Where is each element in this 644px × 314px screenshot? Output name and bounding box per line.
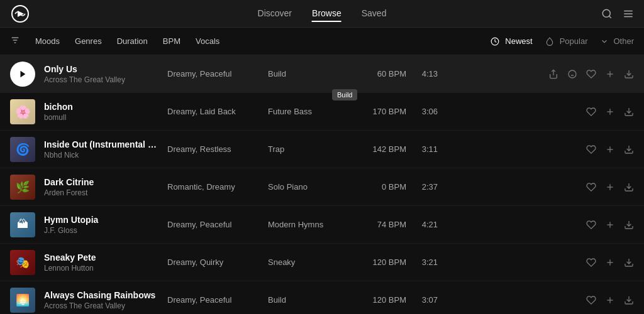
track-info: Inside Out (Instrumental Version) Nbhd N… <box>44 139 157 160</box>
track-info: Always Chasing Rainbows Across The Great… <box>44 290 157 310</box>
track-genre: Solo Piano <box>268 182 356 192</box>
nav-saved[interactable]: Saved <box>362 6 387 22</box>
filter-bpm[interactable]: BPM <box>163 36 180 46</box>
heart-icon[interactable] <box>586 144 596 154</box>
top-nav: Discover Browse Saved <box>0 0 644 28</box>
track-bpm: 142 BPM <box>356 144 406 154</box>
track-row[interactable]: 🌸 bichon bomull Dreamy, Laid Back Future… <box>0 93 644 131</box>
heart-icon[interactable] <box>586 257 596 268</box>
track-genre: Future Bass <box>268 107 356 116</box>
track-duration: 4:13 <box>406 69 438 78</box>
track-duration: 3:07 <box>406 295 438 305</box>
track-bpm: 0 BPM <box>356 182 406 192</box>
download-icon[interactable] <box>624 182 634 192</box>
track-actions <box>586 144 634 154</box>
sort-controls: Newest Popular Other <box>491 36 634 46</box>
track-thumbnail: 🎭 <box>10 250 35 275</box>
track-title: Inside Out (Instrumental Version) <box>44 139 157 149</box>
track-genre: Trap <box>268 144 356 154</box>
download-icon[interactable] <box>624 295 634 305</box>
share-icon[interactable] <box>548 69 558 79</box>
track-actions <box>586 107 634 117</box>
track-actions <box>586 257 634 268</box>
track-artist: J.F. Gloss <box>44 226 157 235</box>
track-genre: Build <box>268 295 356 305</box>
track-mood: Dreamy, Peaceful <box>167 295 268 305</box>
menu-button[interactable] <box>623 8 634 19</box>
heart-icon[interactable] <box>586 220 596 230</box>
filter-duration[interactable]: Duration <box>117 36 148 46</box>
sort-popular[interactable]: Popular <box>545 36 588 46</box>
track-info: bichon bomull <box>44 102 157 122</box>
logo[interactable] <box>10 4 30 24</box>
track-thumbnail: 🌀 <box>10 137 35 162</box>
add-icon[interactable] <box>605 69 615 79</box>
track-genre: Sneaky <box>268 257 356 267</box>
track-duration: 3:21 <box>406 257 438 267</box>
track-duration: 2:37 <box>406 182 438 192</box>
nav-browse[interactable]: Browse <box>312 6 341 22</box>
track-duration: 4:21 <box>406 220 438 229</box>
sort-newest[interactable]: Newest <box>491 36 532 46</box>
add-icon[interactable] <box>605 220 615 230</box>
nav-right <box>601 8 634 19</box>
sort-other[interactable]: Other <box>600 36 634 46</box>
track-artist: bomull <box>44 113 157 122</box>
track-artist: Nbhd Nick <box>44 151 157 160</box>
track-bpm: 120 BPM <box>356 295 406 305</box>
heart-icon[interactable] <box>586 182 596 192</box>
download-icon[interactable] <box>624 257 634 268</box>
play-button[interactable] <box>10 62 35 87</box>
track-mood: Dreamy, Quirky <box>167 257 268 267</box>
track-artist: Across The Great Valley <box>44 75 157 84</box>
nav-discover[interactable]: Discover <box>258 6 292 22</box>
track-title: Always Chasing Rainbows <box>44 290 157 300</box>
download-icon[interactable] <box>624 144 634 154</box>
track-row[interactable]: 🌀 Inside Out (Instrumental Version) Nbhd… <box>0 131 644 168</box>
add-icon[interactable] <box>605 107 615 117</box>
track-mood: Dreamy, Peaceful <box>167 69 268 78</box>
heart-icon[interactable] <box>586 107 596 117</box>
track-list: Only Us Across The Great Valley Dreamy, … <box>0 55 644 314</box>
track-artist: Lennon Hutton <box>44 264 157 273</box>
search-button[interactable] <box>601 8 613 19</box>
track-info: Dark Citrine Arden Forest <box>44 177 157 197</box>
track-row[interactable]: Only Us Across The Great Valley Dreamy, … <box>0 55 644 93</box>
filter-vocals[interactable]: Vocals <box>196 36 219 46</box>
track-actions <box>548 69 634 79</box>
track-row[interactable]: 🏔 Hymn Utopia J.F. Gloss Dreamy, Peacefu… <box>0 206 644 244</box>
add-icon[interactable] <box>605 295 615 305</box>
track-mood: Romantic, Dreamy <box>167 182 268 192</box>
track-mood: Dreamy, Laid Back <box>167 107 268 116</box>
heart-icon[interactable] <box>586 295 596 305</box>
filter-genres[interactable]: Genres <box>75 36 102 46</box>
track-actions <box>586 295 634 305</box>
filter-icon[interactable] <box>10 35 20 48</box>
download-icon[interactable] <box>624 69 634 79</box>
track-title: Only Us <box>44 64 157 74</box>
download-icon[interactable] <box>624 220 634 230</box>
heart-icon[interactable] <box>586 69 596 79</box>
track-info: Hymn Utopia J.F. Gloss <box>44 215 157 235</box>
track-genre: Build <box>268 69 356 78</box>
track-actions <box>586 220 634 230</box>
nav-links: Discover Browse Saved <box>258 6 387 22</box>
track-actions <box>586 182 634 192</box>
svg-point-11 <box>569 70 576 78</box>
add-icon[interactable] <box>605 144 615 154</box>
track-title: bichon <box>44 102 157 112</box>
add-icon[interactable] <box>605 257 615 268</box>
track-thumbnail: 🌸 <box>10 99 35 124</box>
track-row[interactable]: 🌿 Dark Citrine Arden Forest Romantic, Dr… <box>0 168 644 206</box>
filter-moods[interactable]: Moods <box>35 36 60 46</box>
track-mood: Dreamy, Peaceful <box>167 220 268 229</box>
svg-marker-9 <box>21 70 26 77</box>
track-row[interactable]: 🎭 Sneaky Pete Lennon Hutton Dreamy, Quir… <box>0 244 644 281</box>
svg-point-1 <box>602 9 610 17</box>
track-row[interactable]: 🌅 Always Chasing Rainbows Across The Gre… <box>0 281 644 314</box>
track-title: Sneaky Pete <box>44 252 157 263</box>
waveform-icon[interactable] <box>567 69 577 79</box>
download-icon[interactable] <box>624 107 634 117</box>
track-bpm: 74 BPM <box>356 220 406 229</box>
add-icon[interactable] <box>605 182 615 192</box>
